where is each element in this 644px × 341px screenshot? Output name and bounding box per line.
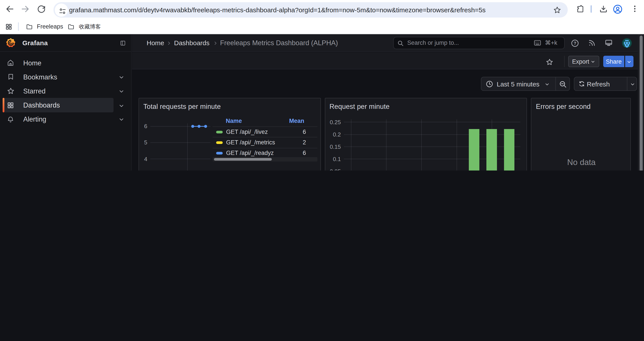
svg-text:?: ? xyxy=(574,41,576,46)
